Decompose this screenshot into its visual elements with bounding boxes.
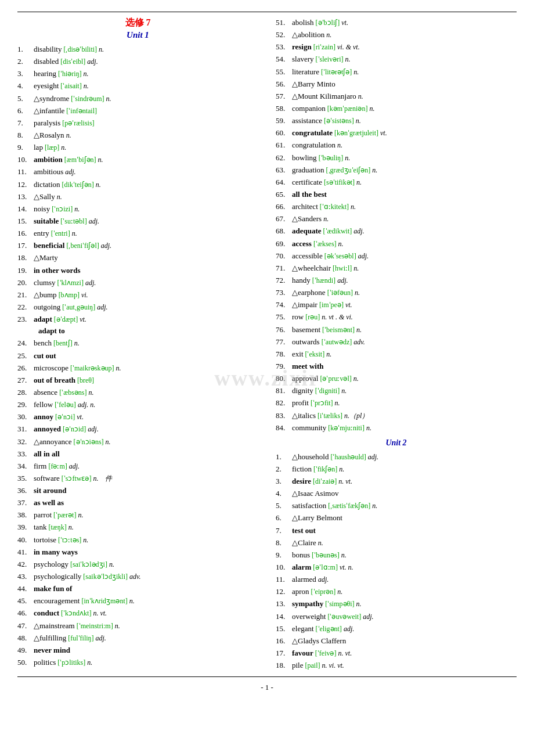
- list-item: 67.△Sanders n.: [276, 213, 517, 225]
- entry-number: 1.: [17, 44, 34, 55]
- entry-body: annoyed [əˈnɔid] adj.: [34, 423, 258, 435]
- entry-word: congratulate: [292, 128, 333, 137]
- left-column: 选修 7 Unit 1 1.disability [ˌdisəˈbiliti] …: [17, 17, 258, 672]
- phonetic-text: [bentʃ]: [52, 339, 73, 347]
- entry-number: 33.: [17, 448, 34, 460]
- phonetic-text: [ˈbəunəs]: [310, 551, 340, 559]
- pos-text: n.: [335, 141, 342, 149]
- list-item: 84.community [kəˈmjuːniti] n.: [276, 422, 517, 434]
- list-item: 18.pile [pail] n. vi. vt.: [276, 660, 517, 671]
- phonetic-text: [ˈsɔftwɛə]: [60, 474, 92, 483]
- phonetic-text: [saiˈkɔlədʒi]: [68, 560, 107, 568]
- pos-text: vi. & vt.: [335, 43, 360, 51]
- entry-number: 9.: [17, 142, 34, 153]
- entry-word: assistance: [292, 116, 322, 125]
- entry-word: △mainstream: [34, 621, 75, 630]
- entry-body: noisy [ˈnɔizi] n.: [34, 203, 258, 215]
- entry-word: △Isaac Asimov: [292, 489, 338, 498]
- entry-word: △Sally: [34, 192, 55, 201]
- pos-text: adv.: [128, 573, 140, 581]
- list-item: 9.bonus [ˈbəunəs] n.: [276, 549, 517, 561]
- list-item: 20.clumsy [ˈklʌmzi] adj.: [17, 277, 258, 289]
- entry-number: 7.: [17, 117, 34, 129]
- phonetic-text: [iˈtæliks]: [316, 412, 342, 420]
- entry-number: 1.: [276, 451, 292, 463]
- pos-text: vt.: [340, 19, 348, 27]
- entry-body: desire [diˈzaiə] n. vt.: [292, 476, 517, 487]
- list-item: 58.companion [kəmˈpæniən] n.: [276, 103, 517, 114]
- list-item: 75.row [rəu] n. vt . & vi.: [276, 311, 517, 323]
- entry-body: in other words: [34, 265, 258, 276]
- entry-word: bonus: [292, 550, 310, 559]
- pos-text: adj. n.: [76, 401, 95, 409]
- phonetic-text: [hwiːl]: [331, 264, 352, 272]
- entry-body: △household [ˈhaushəuld] adj.: [292, 451, 517, 463]
- pos-text: n.: [322, 215, 329, 223]
- entry-number: 62.: [276, 152, 292, 164]
- entry-body: parrot [ˈpærət] n.: [34, 509, 258, 521]
- entry-word: literature: [292, 67, 319, 76]
- list-item: 68.adequate [ˈædikwit] adj.: [276, 225, 517, 237]
- list-item: 54.slavery [ˈsleivəri] n.: [276, 53, 517, 65]
- entry-body: apron [ˈeiprən] n.: [292, 586, 517, 597]
- entry-body: community [kəˈmjuːniti] n.: [292, 422, 517, 434]
- phonetic-text: [imˈpeə]: [317, 301, 344, 309]
- entry-word: absence: [34, 388, 57, 397]
- entry-word: △Larry Belmont: [292, 513, 342, 522]
- entry-number: 67.: [276, 213, 292, 225]
- entry-number: 79.: [276, 361, 292, 372]
- entry-word: community: [292, 423, 326, 432]
- entry-word: handy: [292, 276, 311, 285]
- phonetic-text: [diˈzaiə]: [311, 477, 337, 485]
- entry-word: basement: [292, 325, 320, 334]
- pos-text: n.: [316, 539, 323, 547]
- list-item: 56.△Barry Minto: [276, 78, 517, 90]
- entry-word: access: [292, 239, 312, 248]
- entry-number: 46.: [17, 607, 34, 619]
- entry-number: 14.: [17, 203, 34, 215]
- entry-number: 25.: [17, 350, 34, 362]
- pos-text: n. vi. vt.: [320, 661, 344, 669]
- page-content: 选修 7 Unit 1 1.disability [ˌdisəˈbiliti] …: [17, 17, 517, 672]
- list-item: 41.in many ways: [17, 546, 258, 558]
- pos-text: n.: [73, 339, 80, 347]
- entry-body: △Barry Minto: [292, 78, 517, 90]
- phonetic-text: [ˈfikʃən]: [312, 465, 337, 473]
- list-item: 37.as well as: [17, 497, 258, 509]
- unit-title-en: Unit 1: [17, 30, 258, 40]
- entry-body: △Larry Belmont: [292, 512, 517, 524]
- phrase-text: in many ways: [34, 548, 78, 556]
- pos-text: n.: [367, 105, 374, 113]
- phonetic-text: [kənˈgrætjuleit]: [333, 129, 378, 137]
- entry-body: △Marty: [34, 252, 258, 264]
- phonetic-text: [səˈtifikət]: [322, 178, 355, 186]
- entry-number: 64.: [276, 177, 292, 188]
- top-border: [17, 12, 517, 12]
- phonetic-text: [ˈhiəriŋ]: [56, 70, 82, 78]
- entry-body: disability [ˌdisəˈbiliti] n.: [34, 44, 258, 55]
- phrase-text: as well as: [34, 498, 64, 507]
- phonetic-text: [ˈmeinstri:m]: [75, 622, 113, 630]
- phonetic-text: [kəˈmjuːniti]: [326, 424, 365, 432]
- phonetic-text: [ˈsleivəri]: [314, 55, 344, 63]
- entry-number: 41.: [17, 546, 34, 558]
- pos-text: n.: [355, 178, 362, 186]
- pos-text: adj.: [95, 303, 107, 311]
- pos-text: adv.: [352, 338, 365, 346]
- entry-body: all the best: [292, 189, 517, 200]
- entry-body: overweight [ˈəuvəweit] adj.: [292, 611, 517, 622]
- entry-body: △mainstream [ˈmeinstri:m] n.: [34, 620, 258, 632]
- entry-number: 16.: [17, 228, 34, 239]
- phonetic-text: [ˌdisəˈbiliti]: [62, 45, 97, 53]
- entry-number: 58.: [276, 103, 292, 114]
- entry-body: suitable [ˈsuːtəbl] adj.: [34, 215, 258, 227]
- left-entries-container: 1.disability [ˌdisəˈbiliti] n.2.disabled…: [17, 44, 258, 668]
- pos-text: n.: [352, 68, 359, 76]
- entry-body: △Sally n.: [34, 191, 258, 203]
- entry-number: 71.: [276, 262, 292, 274]
- entry-word: suitable: [34, 217, 59, 225]
- entry-word: encouragement: [34, 596, 80, 605]
- entry-word: dictation: [34, 180, 60, 189]
- pos-text: adj.: [356, 252, 369, 260]
- phonetic-text: [ˈsindrəum]: [69, 95, 104, 103]
